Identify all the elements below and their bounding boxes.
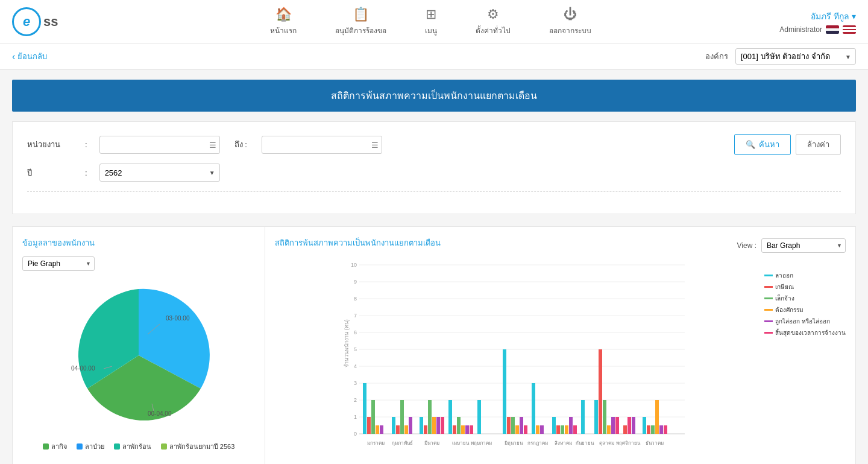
nav-settings[interactable]: ⚙ ตั้งค่าทั่วไป [468,2,518,41]
y-tick-0: 0 [354,431,357,437]
bar-3-2 [457,417,461,434]
bar-2-2 [428,400,432,434]
back-button[interactable]: ‹ ย้อนกลับ [12,50,47,63]
bar-legend-dot-3 [764,309,773,311]
month-group-9: ตุลาคม [594,349,619,446]
nav-home-label: หน้าแรก [270,25,297,36]
form-area: หน่วยงาน : ☰ ถึง : ☰ 🔍 ค้นหา ล้างค่า ปี … [12,121,856,214]
nav-approve[interactable]: 📋 อนุมัติการร้องขอ [328,2,394,41]
legend-label-0: ลากิจ [51,441,67,452]
bar-legend-dot-4 [764,320,773,322]
x-label-10: พฤศจิกายน [616,440,641,446]
bar-legend-dot-5 [764,332,773,334]
bar-3-5 [470,425,473,434]
nav-menu[interactable]: ⊞ เมนู [418,2,444,41]
month-group-8: กันยายน [576,400,594,446]
unit-list-icon[interactable]: ☰ [209,140,216,149]
bar-1-1 [396,425,400,434]
bar-6-4 [540,425,544,434]
bar-legend-label-0: ลาออก [775,271,793,280]
bar-legend-label-1: เกษียณ [775,282,794,291]
legend-label-3: ลาพักร้อนยกมาปี 2563 [169,441,235,452]
search-icon: 🔍 [746,140,755,149]
back-label: ย้อนกลับ [17,50,47,63]
x-label-1: กุมภาพันธ์ [392,440,413,446]
view-type-select[interactable]: Bar Graph Line Graph Pie Graph [761,238,846,253]
bar-11-0 [643,417,646,434]
pie-type-select[interactable]: Pie Graph Bar Graph [22,256,95,271]
bar-2-1 [424,425,427,434]
flag-thai-icon[interactable] [826,25,839,34]
page-title: สถิติการพ้นสภาพความเป็นพนักงานแยกตามเดือ… [12,80,856,112]
bar-chart-svg: จำนวนพนักงาน (คน) 10 9 8 7 6 5 [275,259,757,452]
to-label: ถึง : [234,138,247,151]
left-chart-title: ข้อมูลลาของพนักงาน [22,237,255,249]
bar-chart-header: สถิติการพ้นสภาพความเป็นพนักงานแยกตามเดือ… [275,237,846,254]
pie-type-select-wrapper: Pie Graph Bar Graph [22,256,95,271]
view-select-wrapper: Bar Graph Line Graph Pie Graph [761,238,846,253]
bar-0-0 [363,383,366,434]
bar-legend-dot-2 [764,297,773,299]
bar-legend-label-4: ถูกไล่ออก หรือไล่ออก [775,317,830,326]
bar-0-3 [376,425,379,434]
bar-5-1 [507,417,511,434]
x-label-7: สิงหาคม [555,440,572,446]
unit-input[interactable] [99,136,220,154]
user-name[interactable]: อัมภรี ทีกูล ▾ [811,10,856,23]
bar-1-2 [400,400,404,434]
pie-label-2: 04-00.00 [71,365,95,372]
nav-home[interactable]: 🏠 หน้าแรก [263,2,304,41]
home-icon: 🏠 [275,7,292,22]
bar-3-0 [448,400,452,434]
bar-7-5 [573,425,577,434]
form-actions: 🔍 ค้นหา ล้างค่า [734,134,841,155]
clear-button[interactable]: ล้างค่า [796,134,841,155]
year-select[interactable]: 2562 2563 2561 [99,164,220,182]
legend-dot-3 [161,443,167,450]
org-select-wrapper: [001] บริษัท ตัวอย่าง จำกัด [735,48,856,65]
y-tick-6: 6 [354,329,357,335]
bar-7-2 [561,425,564,434]
nav-logout-label: ออกจากระบบ [549,25,591,36]
bar-0-1 [367,417,371,434]
flag-us-icon[interactable] [843,25,856,34]
logout-icon: ⏻ [564,7,577,22]
bar-6-3 [536,425,539,434]
back-arrow-icon: ‹ [12,51,15,62]
menu-icon: ⊞ [426,7,436,22]
x-label-2: มีนาคม [424,440,439,446]
org-select[interactable]: [001] บริษัท ตัวอย่าง จำกัด [735,48,856,65]
pie-chart-container: 03-00.00 04-00.00 00-04.00 ลากิจ ลาป่วย [22,277,255,452]
legend-dot-2 [114,443,120,450]
bar-11-5 [664,425,667,434]
bar-0-4 [380,425,383,434]
bar-2-4 [436,417,440,434]
y-tick-2: 2 [354,397,357,403]
to-input-wrap: ☰ [262,136,382,154]
bar-9-4 [611,417,615,434]
to-input[interactable] [262,136,382,154]
bar-8-0 [581,400,585,434]
bar-5-5 [524,425,527,434]
charts-area: ข้อมูลลาของพนักงาน Pie Graph Bar Graph 0… [12,226,856,464]
bar-9-3 [607,425,611,434]
bar-2-0 [420,417,423,434]
header: e ss 🏠 หน้าแรก 📋 อนุมัติการร้องขอ ⊞ เมนู… [0,0,868,43]
y-tick-4: 4 [354,363,357,369]
month-group-3: เมษายน [448,400,473,446]
bar-legend-item-0: ลาออก [764,271,846,280]
month-group-11: ธันวาคม [643,400,667,446]
nav-logout[interactable]: ⏻ ออกจากระบบ [542,2,599,41]
pie-label-1: 03-00.00 [166,315,190,322]
x-label-5: มิถุนายน [505,440,523,446]
to-list-icon[interactable]: ☰ [371,140,379,149]
search-button[interactable]: 🔍 ค้นหา [734,134,791,155]
pie-label-3: 00-04.00 [148,410,172,417]
form-row-unit: หน่วยงาน : ☰ ถึง : ☰ 🔍 ค้นหา ล้างค่า [27,134,841,155]
month-group-10: พฤศจิกายน [616,417,641,446]
x-label-11: ธันวาคม [646,440,664,446]
logo-icon: e [12,7,41,36]
bar-3-1 [453,425,456,434]
bar-5-2 [511,417,515,434]
bar-legend-item-5: สิ้นสุดของเวลาการจ้างงาน [764,328,846,337]
